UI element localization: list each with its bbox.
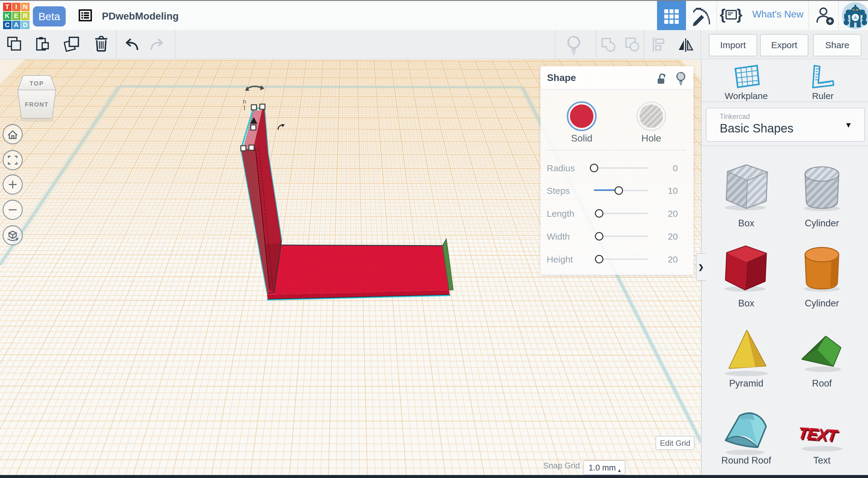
svg-text:}: } [737,7,742,23]
svg-text:FRONT: FRONT [25,101,49,108]
svg-text:{: { [720,7,725,23]
svg-text:h: h [243,99,246,105]
svg-text:Solid: Solid [571,133,592,144]
svg-text:Hole: Hole [641,133,661,144]
svg-text:TEXT: TEXT [798,424,840,445]
svg-text:TOP: TOP [30,80,44,87]
